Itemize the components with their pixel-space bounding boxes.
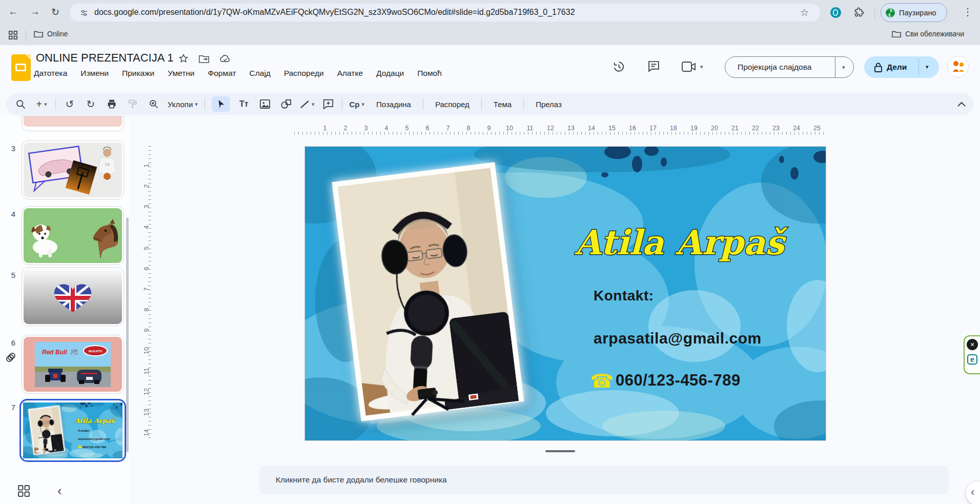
camera-caret-icon[interactable]: ▾	[700, 64, 703, 70]
theme-label: Тема	[494, 100, 512, 109]
site-info-icon[interactable]	[80, 9, 88, 17]
thumbnail-4-art	[24, 208, 122, 263]
ruler-number: 14	[581, 125, 602, 132]
menu-insert[interactable]: Уметни	[168, 69, 194, 78]
share-caret-icon[interactable]: ▾	[926, 64, 929, 70]
slides-logo-icon[interactable]	[11, 54, 31, 81]
forward-button[interactable]: →	[30, 6, 40, 17]
extensions-puzzle-icon[interactable]	[853, 7, 864, 18]
slide-thumbnail-5[interactable]	[22, 267, 124, 326]
menu-format[interactable]: Формат	[208, 69, 236, 78]
extension-e-icon[interactable]: e	[967, 354, 977, 365]
menu-help[interactable]: Помоћ	[417, 69, 442, 78]
browser-menu-icon[interactable]: ⋮	[963, 6, 973, 18]
account-avatar[interactable]	[947, 56, 969, 77]
back-button[interactable]: ←	[8, 6, 18, 17]
filmstrip-scrollbar[interactable]	[126, 217, 129, 452]
address-bar[interactable]: docs.google.com/presentation/d/1y7QW-oKm…	[70, 4, 820, 22]
version-history-icon[interactable]	[612, 60, 625, 73]
menu-addons[interactable]: Додаци	[376, 69, 404, 78]
profile-avatar-icon	[885, 8, 895, 18]
line-icon	[300, 100, 310, 109]
paint-format-button[interactable]	[126, 96, 140, 112]
menu-tools[interactable]: Алатке	[337, 69, 363, 78]
folder-icon	[892, 30, 901, 38]
undo-button[interactable]: ↺	[63, 96, 77, 112]
textbox-icon: Tт	[239, 99, 249, 109]
cloud-saved-icon[interactable]	[219, 54, 231, 63]
slide-thumbnail-3[interactable]: 15	[22, 140, 124, 199]
ruler-number: 3	[356, 125, 376, 132]
background-button[interactable]: Позадина	[371, 96, 416, 112]
meet-camera-icon[interactable]	[682, 62, 696, 72]
menu-file[interactable]: Датотека	[34, 69, 67, 78]
slide-thumbnail-4[interactable]	[22, 206, 124, 265]
bookmark-star-icon[interactable]: ☆	[800, 7, 809, 18]
print-button[interactable]	[105, 96, 119, 112]
grid-view-icon[interactable]	[17, 485, 30, 497]
menu-edit[interactable]: Измени	[80, 69, 109, 78]
thumbnail-6-art: Red Bull F1 BUGATTI	[24, 337, 122, 392]
profile-chip[interactable]: Паузирано	[881, 3, 947, 22]
thumb6-f1-text: F1	[71, 349, 78, 356]
player-jersey-number: 15	[105, 162, 110, 167]
menu-arrange[interactable]: Распореди	[284, 69, 324, 78]
speaker-notes-input[interactable]: Кликните да бисте додали белешке говорни…	[259, 466, 949, 494]
ruler-number: 4	[376, 125, 397, 132]
doc-title[interactable]: ONLINE PREZENTACIJA 1	[36, 51, 174, 65]
theme-button[interactable]: Тема	[488, 96, 517, 112]
menu-view[interactable]: Прикажи	[122, 69, 154, 78]
slideshow-caret-icon[interactable]: ▾	[842, 65, 845, 70]
slide-thumbnail-6[interactable]: Red Bull F1 BUGATTI	[22, 335, 124, 394]
ruler-number: 8	[458, 125, 479, 132]
layout-button[interactable]: Распоред	[430, 96, 475, 112]
move-folder-icon[interactable]	[199, 55, 209, 63]
layout-label: Распоред	[435, 100, 469, 109]
thumbnail-3-art: 15	[24, 143, 122, 197]
url-text[interactable]: docs.google.com/presentation/d/1y7QW-oKm…	[94, 8, 802, 17]
share-button[interactable]: Дели ▾	[864, 56, 939, 78]
extension-badge-icon[interactable]	[830, 7, 841, 18]
collapse-menus-icon[interactable]	[956, 101, 967, 108]
toolbar-separator	[481, 98, 482, 110]
select-tool-button[interactable]	[212, 96, 230, 112]
redo-icon: ↻	[87, 98, 95, 110]
zoom-in-button[interactable]	[147, 96, 161, 112]
slide-canvas[interactable]: Atila Arpaš Kontakt: arpasatila@gmail.co…	[304, 146, 826, 441]
comments-icon[interactable]	[647, 60, 660, 73]
fit-caret-icon: ▾	[195, 102, 198, 107]
apps-grid-icon[interactable]	[8, 30, 18, 40]
notes-resize-handle[interactable]	[545, 450, 575, 452]
textbox-button[interactable]: Tт	[237, 96, 251, 112]
insert-line-button[interactable]: ▾	[300, 96, 315, 112]
collapse-filmstrip-icon[interactable]: ‹	[57, 483, 62, 499]
fit-zoom-button[interactable]: Уклопи ▾	[168, 96, 198, 112]
transition-button[interactable]: Прелаз	[530, 96, 567, 112]
search-menus-button[interactable]	[13, 96, 28, 112]
input-tools-button[interactable]: Ср ▾	[349, 96, 364, 112]
zoom-select-button[interactable]: + ▾	[34, 96, 49, 112]
insert-comment-button[interactable]	[321, 96, 335, 112]
bookmarks-divider	[26, 30, 26, 41]
toolbar-divider	[874, 6, 875, 19]
app-header: ONLINE PREZENTACIJA 1 Датотека Измени Пр…	[0, 45, 980, 91]
lock-icon	[874, 63, 882, 72]
slide-thumbnail-7-selected[interactable]	[19, 399, 126, 462]
slideshow-button[interactable]: Пројекција слајдова ▾	[725, 56, 854, 78]
close-icon[interactable]: ✕	[967, 339, 978, 350]
profile-chip-label: Паузирано	[899, 9, 936, 17]
reload-button[interactable]: ↻	[51, 6, 59, 18]
insert-shape-button[interactable]	[279, 96, 293, 112]
menu-slide[interactable]: Слајд	[250, 69, 271, 78]
ruler-number: 23	[766, 125, 786, 132]
all-bookmarks[interactable]: Сви обележивачи	[892, 30, 964, 38]
bookmark-folder-online[interactable]: Online	[34, 30, 68, 38]
side-panel-toggle-button[interactable]: ‹	[966, 481, 980, 504]
ruler-number: 18	[663, 125, 684, 132]
slide-number: 6	[5, 338, 15, 347]
slide-number: 3	[5, 144, 15, 153]
slide-thumbnail-2-partial[interactable]	[22, 116, 124, 131]
star-doc-icon[interactable]	[178, 53, 189, 64]
insert-image-button[interactable]	[258, 96, 272, 112]
redo-button[interactable]: ↻	[84, 96, 98, 112]
